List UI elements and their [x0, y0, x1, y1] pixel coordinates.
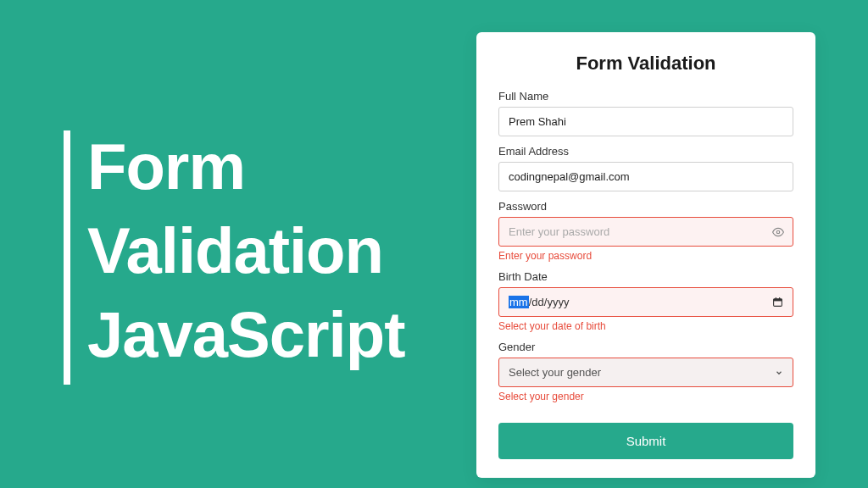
- submit-button[interactable]: Submit: [498, 423, 793, 459]
- field-gender: Gender Select your gender Select your ge…: [498, 341, 793, 402]
- date-dd: dd: [531, 296, 543, 308]
- field-fullname: Full Name: [498, 90, 793, 136]
- gender-select[interactable]: Select your gender: [498, 358, 793, 387]
- birthdate-label: Birth Date: [498, 270, 793, 283]
- fullname-label: Full Name: [498, 90, 793, 103]
- password-input[interactable]: [498, 217, 793, 247]
- svg-point-0: [776, 230, 780, 234]
- form-card: Form Validation Full Name Email Address …: [476, 32, 815, 478]
- eye-icon[interactable]: [772, 226, 784, 238]
- password-wrap: [498, 217, 793, 247]
- birthdate-input[interactable]: mm/dd/yyyy: [498, 287, 793, 317]
- date-mm-selected: mm: [509, 296, 529, 308]
- hero-heading: Form Validation JavaScript: [87, 125, 404, 376]
- fullname-input[interactable]: [498, 107, 793, 136]
- hero-section: Form Validation JavaScript: [64, 125, 404, 385]
- gender-label: Gender: [498, 341, 793, 353]
- password-label: Password: [498, 200, 793, 213]
- birthdate-error: Select your date of birth: [498, 320, 793, 332]
- email-input[interactable]: [498, 162, 793, 191]
- gender-placeholder: Select your gender: [509, 366, 601, 379]
- calendar-icon[interactable]: [772, 297, 783, 308]
- email-label: Email Address: [498, 145, 793, 158]
- form-title: Form Validation: [498, 53, 793, 75]
- hero-accent-bar: [64, 130, 70, 385]
- hero-line-2: Validation: [87, 209, 404, 293]
- gender-error: Select your gender: [498, 391, 793, 402]
- date-text: mm/dd/yyyy: [509, 296, 569, 308]
- svg-rect-2: [774, 299, 782, 302]
- password-error: Enter your password: [498, 250, 793, 262]
- hero-line-3: JavaScript: [87, 293, 404, 377]
- field-password: Password Enter your password: [498, 200, 793, 262]
- field-birthdate: Birth Date mm/dd/yyyy Select your date o…: [498, 270, 793, 332]
- chevron-down-icon: [775, 369, 783, 377]
- field-email: Email Address: [498, 145, 793, 191]
- hero-line-1: Form: [87, 125, 404, 209]
- date-yyyy: yyyy: [547, 296, 569, 308]
